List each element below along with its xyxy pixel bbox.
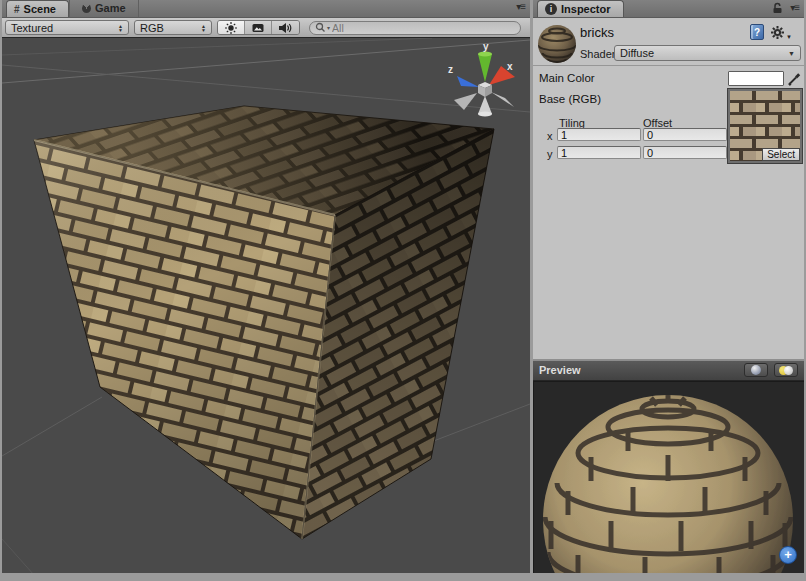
sphere-icon: [751, 365, 761, 375]
offset-x-input[interactable]: [643, 128, 727, 141]
speaker-icon: [278, 22, 293, 34]
updown-arrows-icon: ▲▼: [118, 24, 123, 32]
lights-icon: [779, 366, 793, 375]
scene-search-field[interactable]: ▾: [309, 21, 521, 35]
tab-game[interactable]: Game: [69, 0, 139, 17]
lighting-toggle-button[interactable]: [218, 21, 245, 34]
color-mode-value: RGB: [140, 22, 164, 34]
inspector-empty-area: [533, 166, 804, 360]
scene-viewport[interactable]: y x z: [2, 38, 530, 573]
sun-icon: [224, 21, 238, 35]
tiling-y-input[interactable]: [557, 146, 641, 159]
scene-3d-view: y x z: [2, 38, 530, 573]
shader-value: Diffuse: [620, 47, 654, 59]
tab-game-label: Game: [95, 2, 126, 14]
tiling-x-input[interactable]: [557, 128, 641, 141]
dropdown-arrow-icon: ▼: [788, 50, 795, 57]
scene-panel: # Scene Game ▾≡ Textured ▲▼ RGB ▲▼: [2, 0, 530, 573]
axis-x-label: x: [547, 130, 553, 142]
tab-scene[interactable]: # Scene: [6, 0, 69, 17]
preview-lighting-button[interactable]: [774, 363, 798, 377]
search-icon: [315, 22, 325, 33]
material-preview-area[interactable]: +: [533, 381, 804, 574]
preview-header[interactable]: Preview: [533, 360, 804, 381]
scene-tabstrip: # Scene Game ▾≡: [2, 0, 530, 18]
gizmo-y-label: y: [483, 41, 489, 52]
main-color-swatch[interactable]: [728, 71, 784, 86]
render-mode-dropdown[interactable]: Textured ▲▼: [5, 20, 129, 35]
main-color-label: Main Color: [539, 72, 595, 84]
preview-model-button[interactable]: [744, 363, 768, 377]
inspector-panel: i Inspector ▾≡: [533, 0, 804, 573]
gear-icon[interactable]: ▼: [770, 25, 792, 40]
material-properties: Main Color Base (RGB): [533, 66, 804, 166]
base-texture-thumbnail[interactable]: Select: [728, 89, 802, 163]
lock-icon[interactable]: [772, 2, 783, 14]
gear-glyph: [770, 25, 785, 40]
material-name: bricks: [580, 25, 614, 40]
gear-dropdown-arrow-icon: ▼: [786, 34, 792, 40]
audio-toggle-button[interactable]: [272, 21, 299, 34]
game-icon: [82, 4, 91, 13]
material-ball-preview: [537, 24, 577, 64]
material-header: bricks Shader Diffuse ▼ ? ▼: [533, 18, 804, 66]
tab-inspector[interactable]: i Inspector: [537, 0, 624, 17]
color-mode-dropdown[interactable]: RGB ▲▼: [134, 20, 212, 35]
scene-toggle-group: [217, 20, 300, 35]
axis-y-label: y: [547, 148, 553, 160]
unity-editor-window: # Scene Game ▾≡ Textured ▲▼ RGB ▲▼: [0, 0, 806, 581]
offset-y-input[interactable]: [643, 146, 727, 159]
tab-inspector-label: Inspector: [561, 3, 611, 15]
preview-title: Preview: [539, 364, 581, 376]
base-texture-label: Base (RGB): [539, 93, 601, 105]
scene-grid-icon: #: [14, 4, 20, 15]
tab-scene-label: Scene: [24, 3, 56, 15]
inspector-panel-menu-icon[interactable]: ▾≡: [790, 3, 799, 13]
inspector-tabstrip: i Inspector ▾≡: [533, 0, 804, 18]
shader-dropdown[interactable]: Diffuse ▼: [614, 45, 801, 61]
plus-icon[interactable]: +: [779, 546, 797, 564]
render-mode-value: Textured: [11, 22, 53, 34]
updown-arrows-icon: ▲▼: [201, 24, 206, 32]
help-icon[interactable]: ?: [750, 24, 764, 40]
effects-toggle-button[interactable]: [245, 21, 272, 34]
select-texture-button[interactable]: Select: [762, 148, 800, 161]
scene-panel-menu-icon[interactable]: ▾≡: [516, 2, 525, 12]
search-input[interactable]: [332, 22, 515, 34]
image-icon: [251, 22, 265, 34]
eyedropper-icon[interactable]: [787, 70, 802, 87]
scene-toolbar: Textured ▲▼ RGB ▲▼: [2, 18, 530, 38]
info-icon: i: [545, 3, 557, 15]
gizmo-x-label: x: [507, 61, 513, 72]
search-filter-arrow-icon[interactable]: ▾: [327, 24, 330, 31]
gizmo-z-label: z: [448, 64, 453, 75]
preview-sphere: [533, 381, 802, 574]
shader-label: Shader: [580, 48, 615, 60]
